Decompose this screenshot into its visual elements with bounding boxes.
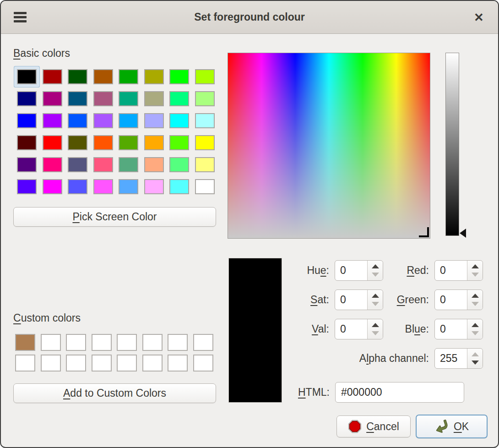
color-swatch[interactable]	[193, 334, 213, 351]
color-swatch[interactable]	[92, 355, 112, 372]
alpha-value[interactable]: 255	[440, 349, 466, 368]
color-swatch[interactable]	[92, 334, 112, 351]
color-swatch[interactable]	[119, 69, 138, 84]
color-swatch[interactable]	[93, 157, 113, 172]
color-swatch[interactable]	[68, 69, 87, 84]
close-button[interactable]: ✕	[471, 9, 487, 26]
color-swatch[interactable]	[119, 91, 138, 106]
color-swatch[interactable]	[93, 135, 113, 150]
color-swatch[interactable]	[66, 355, 86, 372]
spin-up-icon[interactable]	[472, 323, 479, 327]
color-swatch[interactable]	[144, 179, 164, 194]
color-swatch[interactable]	[119, 113, 138, 128]
spin-down-icon[interactable]	[472, 331, 479, 335]
color-swatch[interactable]	[144, 157, 164, 172]
color-swatch[interactable]	[17, 157, 37, 172]
color-swatch[interactable]	[195, 179, 215, 194]
color-swatch[interactable]	[169, 69, 189, 84]
color-swatch[interactable]	[66, 334, 86, 351]
window-menu-button[interactable]	[14, 12, 27, 23]
color-swatch[interactable]	[68, 113, 87, 128]
color-swatch[interactable]	[15, 355, 35, 372]
cancel-button[interactable]: Cancel	[336, 415, 411, 437]
color-swatch[interactable]	[144, 135, 164, 150]
color-swatch[interactable]	[17, 69, 37, 84]
html-hex-input[interactable]	[335, 382, 464, 403]
color-swatch[interactable]	[117, 334, 137, 351]
color-swatch[interactable]	[17, 135, 37, 150]
color-swatch[interactable]	[142, 355, 163, 372]
color-swatch[interactable]	[17, 91, 37, 106]
color-swatch[interactable]	[169, 91, 189, 106]
alpha-channel-label: Alpha channel:	[276, 348, 429, 369]
color-swatch[interactable]	[15, 334, 35, 351]
color-swatch[interactable]	[144, 91, 164, 106]
spin-up-icon[interactable]	[472, 264, 479, 268]
return-arrow-icon	[433, 417, 451, 436]
color-swatch[interactable]	[68, 135, 87, 150]
color-swatch[interactable]	[93, 69, 113, 84]
red-value[interactable]: 0	[440, 261, 466, 280]
red-spin-buttons	[467, 261, 483, 280]
color-swatch[interactable]	[195, 91, 215, 106]
pick-screen-color-button[interactable]: Pick Screen Color	[13, 207, 216, 227]
color-swatch[interactable]	[169, 179, 189, 194]
value-slider[interactable]	[445, 53, 459, 236]
color-swatch[interactable]	[119, 157, 138, 172]
alpha-spin-buttons	[467, 349, 483, 368]
color-swatch[interactable]	[17, 113, 37, 128]
color-swatch[interactable]	[142, 334, 163, 351]
color-swatch[interactable]	[43, 157, 62, 172]
color-swatch[interactable]	[169, 157, 189, 172]
color-swatch[interactable]	[168, 334, 188, 351]
color-swatch[interactable]	[68, 157, 87, 172]
color-swatch[interactable]	[195, 113, 215, 128]
color-swatch[interactable]	[119, 135, 138, 150]
color-swatch[interactable]	[117, 355, 137, 372]
color-swatch[interactable]	[43, 69, 62, 84]
titlebar: Set foreground colour ✕	[1, 1, 498, 34]
color-swatch[interactable]	[93, 113, 113, 128]
color-swatch[interactable]	[41, 334, 61, 351]
color-swatch[interactable]	[169, 135, 189, 150]
color-swatch[interactable]	[169, 113, 189, 128]
color-swatch[interactable]	[17, 179, 37, 194]
cancel-label: Cancel	[366, 421, 399, 433]
color-swatch[interactable]	[119, 179, 138, 194]
window-title: Set foreground colour	[194, 11, 305, 23]
green-value[interactable]: 0	[440, 290, 466, 310]
color-swatch[interactable]	[144, 69, 164, 84]
value-slider-arrow-icon[interactable]	[460, 229, 466, 238]
basic-colors-label: Basic colors	[13, 47, 70, 60]
spin-up-icon[interactable]	[472, 352, 479, 356]
color-swatch[interactable]	[68, 91, 87, 106]
color-swatch[interactable]	[168, 355, 188, 372]
color-swatch[interactable]	[144, 113, 164, 128]
color-swatch[interactable]	[43, 135, 62, 150]
blue-spinbox: 0	[434, 319, 483, 339]
spin-up-icon[interactable]	[472, 294, 479, 298]
color-swatch[interactable]	[195, 157, 215, 172]
spin-down-icon[interactable]	[472, 273, 479, 277]
ok-button[interactable]: OK	[416, 415, 488, 438]
color-swatch[interactable]	[93, 91, 113, 106]
color-swatch[interactable]	[43, 91, 62, 106]
color-swatch[interactable]	[195, 69, 215, 84]
blue-value[interactable]: 0	[440, 319, 466, 339]
color-swatch[interactable]	[195, 135, 215, 150]
color-swatch[interactable]	[193, 355, 213, 372]
html-label: HTML:	[276, 382, 330, 403]
custom-colors-label: Custom colors	[13, 312, 81, 324]
spin-down-icon[interactable]	[472, 361, 479, 365]
sat-label: Sat:	[266, 290, 329, 310]
color-swatch[interactable]	[41, 355, 61, 372]
color-swatch[interactable]	[68, 179, 87, 194]
basic-colors-grid	[17, 69, 215, 194]
color-swatch[interactable]	[43, 179, 62, 194]
add-to-custom-colors-button[interactable]: Add to Custom Colors	[13, 383, 216, 403]
color-swatch[interactable]	[93, 179, 113, 194]
color-swatch[interactable]	[43, 113, 62, 128]
spin-down-icon[interactable]	[472, 302, 479, 306]
hue-saturation-gradient[interactable]	[228, 53, 430, 239]
hamburger-icon	[14, 12, 27, 14]
